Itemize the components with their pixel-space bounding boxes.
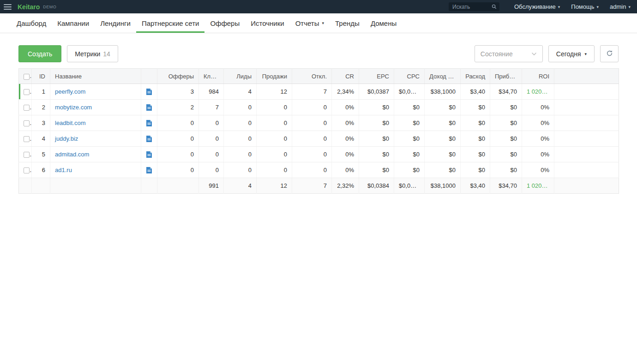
row-checkbox[interactable] (24, 105, 30, 111)
column-header-sales[interactable]: Продажи (257, 69, 292, 84)
note-icon[interactable] (146, 151, 152, 158)
note-icon[interactable] (146, 136, 152, 142)
cell-epc: $0 (359, 147, 394, 162)
main-content: Создать Метрики 14 Состояние Сегодня ▾ (0, 45, 637, 194)
note-icon-cell (141, 115, 157, 131)
row-checkbox-cell (19, 162, 32, 178)
row-id: 5 (32, 147, 50, 162)
refresh-icon (606, 50, 613, 58)
tab-dashboard[interactable]: Дашборд (11, 13, 52, 33)
search-icon[interactable] (492, 4, 497, 9)
cell-profit: $0 (490, 115, 522, 131)
cell-offers: 0 (157, 162, 199, 178)
network-link[interactable]: leadbit.com (55, 119, 85, 126)
column-header-clicks[interactable]: Клики (199, 69, 224, 84)
row-id: 4 (32, 131, 50, 147)
caret-down-icon: ▾ (597, 5, 599, 9)
network-link[interactable]: juddy.biz (55, 135, 78, 142)
column-header-cost[interactable]: Расход (461, 69, 490, 84)
cell-declines: 7 (292, 84, 332, 100)
cell-clicks: 0 (199, 131, 224, 147)
status-select[interactable]: Состояние (475, 45, 543, 62)
refresh-button[interactable] (600, 45, 619, 62)
column-header-filler (554, 69, 619, 84)
row-checkbox-cell (19, 115, 32, 131)
column-header-profit[interactable]: Прибыль (490, 69, 522, 84)
column-header-leads[interactable]: Лиды (224, 69, 257, 84)
column-header-roi[interactable]: ROI (522, 69, 554, 84)
select-all-cell (19, 69, 32, 84)
network-link[interactable]: peerfly.com (55, 88, 85, 95)
note-icon-cell (141, 162, 157, 178)
row-name-cell: peerfly.com (50, 84, 141, 100)
row-checkbox[interactable] (24, 120, 30, 126)
topbar-menu-maintenance[interactable]: Обслуживание▾ (514, 3, 560, 10)
topbar-menu-help[interactable]: Помощь▾ (571, 3, 599, 10)
totals-name (50, 178, 141, 194)
date-range-button[interactable]: Сегодня ▾ (548, 45, 595, 62)
column-header-epc[interactable]: EPC (359, 69, 394, 84)
row-checkbox[interactable] (24, 136, 30, 142)
tab-offers[interactable]: Офферы (204, 13, 245, 33)
search-box[interactable] (449, 2, 499, 11)
cell-revenue: $0 (425, 115, 461, 131)
select-all-checkbox[interactable] (24, 74, 30, 80)
cell-cr: 0% (332, 100, 359, 115)
row-checkbox[interactable] (24, 167, 30, 173)
topbar-menu-admin[interactable]: admin▾ (610, 3, 631, 10)
cell-sales: 0 (257, 115, 292, 131)
totals-cpc: $0,0034 (394, 178, 425, 194)
cell-profit: $0 (490, 162, 522, 178)
column-header-cpc[interactable]: CPC (394, 69, 425, 84)
tab-landings[interactable]: Лендинги (95, 13, 136, 33)
cell-cpc: $0 (394, 162, 425, 178)
cell-offers: 2 (157, 100, 199, 115)
note-icon[interactable] (146, 167, 152, 173)
cell-cpc: $0 (394, 147, 425, 162)
column-header-name[interactable]: Название (50, 69, 141, 84)
search-input[interactable] (451, 3, 492, 11)
tab-campaigns[interactable]: Кампании (52, 13, 95, 33)
column-header-cr[interactable]: CR (332, 69, 359, 84)
tab-label: Партнерские сети (142, 19, 199, 27)
cell-filler (554, 131, 619, 147)
hamburger-menu-icon[interactable] (4, 4, 12, 10)
cell-offers: 3 (157, 84, 199, 100)
cell-clicks: 0 (199, 147, 224, 162)
metrics-label: Метрики (75, 50, 100, 58)
network-link[interactable]: mobytize.com (55, 104, 92, 111)
column-header-id[interactable]: ID (32, 69, 50, 84)
tab-reports[interactable]: Отчеты▾ (290, 13, 330, 33)
tab-affiliate-networks[interactable]: Партнерские сети (136, 13, 205, 33)
tab-domains[interactable]: Домены (365, 13, 402, 33)
note-icon[interactable] (146, 104, 152, 111)
tab-label: Домены (371, 19, 397, 27)
metrics-button[interactable]: Метрики 14 (67, 45, 118, 62)
app-logo[interactable]: Keitaro (18, 3, 40, 11)
table-row: 3leadbit.com000000%$0$0$0$0$00% (19, 115, 619, 131)
tab-trends[interactable]: Тренды (330, 13, 365, 33)
cell-roi: 0% (522, 115, 554, 131)
create-button[interactable]: Создать (18, 45, 61, 62)
row-checkbox-cell (19, 84, 32, 100)
column-header-offers[interactable]: Офферы (157, 69, 199, 84)
column-header-declines[interactable]: Откл. (292, 69, 332, 84)
row-checkbox[interactable] (24, 152, 30, 158)
row-checkbox[interactable] (24, 89, 30, 95)
date-range-label: Сегодня (556, 50, 581, 58)
network-link[interactable]: admitad.com (55, 151, 89, 158)
network-link[interactable]: ad1.ru (55, 167, 72, 173)
note-icon[interactable] (146, 120, 152, 126)
row-checkbox-cell (19, 100, 32, 115)
metrics-count: 14 (103, 50, 110, 58)
table-header-row: IDНазваниеОфферыКликиЛидыПродажиОткл.CRE… (19, 69, 619, 84)
cell-profit: $0 (490, 100, 522, 115)
note-icon[interactable] (146, 89, 152, 95)
tab-label: Отчеты (295, 19, 319, 27)
column-header-revenue[interactable]: Доход (под (425, 69, 461, 84)
tab-sources[interactable]: Источники (245, 13, 289, 33)
cell-epc: $0 (359, 162, 394, 178)
chevron-down-icon (531, 52, 537, 56)
cell-cpc: $0 (394, 100, 425, 115)
cell-cpc: $0 (394, 131, 425, 147)
